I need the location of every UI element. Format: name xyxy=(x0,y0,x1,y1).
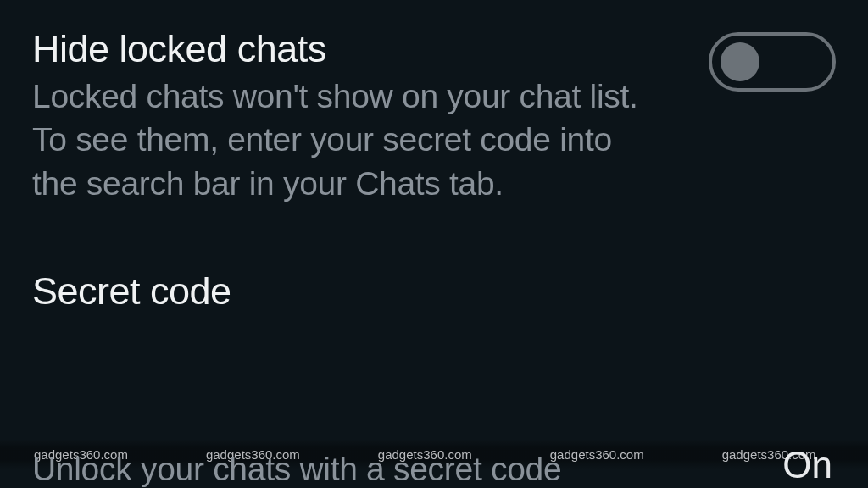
toggle-knob xyxy=(721,42,760,81)
hide-locked-chats-description: Locked chats won't show on your chat lis… xyxy=(32,75,643,205)
hide-locked-chats-toggle[interactable] xyxy=(709,32,836,92)
hide-locked-chats-title: Hide locked chats xyxy=(32,27,643,71)
secret-code-description: Unlock your chats with a secret code xyxy=(32,451,561,488)
hide-locked-chats-setting: Hide locked chats Locked chats won't sho… xyxy=(32,27,836,205)
secret-code-setting[interactable]: Secret code xyxy=(32,269,836,313)
secret-code-row: Unlock your chats with a secret code On xyxy=(32,439,836,488)
secret-code-title: Secret code xyxy=(32,269,836,313)
secret-code-status: On xyxy=(782,444,836,488)
